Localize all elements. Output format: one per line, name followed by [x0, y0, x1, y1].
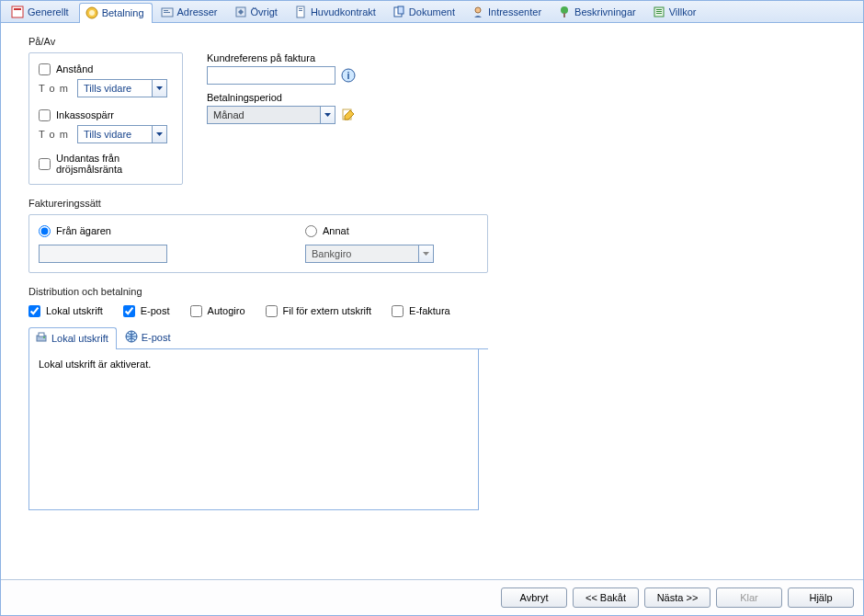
paav-section: På/Av Anstånd T o m Tills vidare — [28, 36, 183, 185]
svg-rect-18 — [656, 11, 662, 12]
subtab-label: Lokal utskrift — [51, 333, 108, 344]
inkasso-label: Inkassospärr — [56, 109, 114, 120]
address-icon — [161, 6, 174, 18]
efaktura-checkbox[interactable] — [392, 305, 404, 317]
inkasso-tom-dropdown[interactable]: Tills vidare — [77, 125, 167, 143]
paav-legend: På/Av — [28, 36, 183, 47]
svg-rect-16 — [654, 7, 664, 17]
globe-icon — [125, 330, 138, 345]
tom-label: T o m — [39, 83, 72, 94]
tab-villkor[interactable]: Villkor — [646, 2, 705, 22]
tab-huvudkontrakt[interactable]: Huvudkontrakt — [288, 2, 384, 22]
lokal-checkbox[interactable] — [28, 305, 40, 317]
tab-ovrigt[interactable]: Övrigt — [228, 2, 286, 22]
dropdown-value: Tills vidare — [78, 83, 152, 94]
svg-rect-8 — [297, 6, 304, 17]
tab-intressenter[interactable]: Intressenter — [465, 2, 550, 22]
inkasso-checkbox[interactable] — [39, 109, 51, 121]
fil-checkbox[interactable] — [266, 305, 278, 317]
panel-text: Lokal utskrift är aktiverat. — [39, 359, 151, 370]
svg-rect-17 — [656, 9, 662, 10]
annat-radio[interactable] — [305, 225, 317, 237]
payment-window: Generellt Betalning Adresser Övrigt Huvu… — [0, 0, 864, 616]
svg-rect-11 — [394, 7, 402, 17]
efaktura-label: E-faktura — [409, 305, 450, 316]
anstand-label: Anstånd — [56, 63, 93, 74]
dist-panel: Lokal utskrift är aktiverat. — [28, 349, 479, 510]
svg-rect-12 — [398, 6, 404, 14]
main-tabs: Generellt Betalning Adresser Övrigt Huvu… — [1, 1, 863, 23]
avbryt-button[interactable]: Avbryt — [501, 587, 567, 608]
subtab-lokal[interactable]: Lokal utskrift — [28, 327, 117, 349]
subtab-epost[interactable]: E-post — [119, 326, 179, 348]
info-icon[interactable]: i — [341, 68, 356, 83]
tab-generellt[interactable]: Generellt — [5, 2, 77, 22]
chevron-down-icon — [418, 245, 433, 262]
klar-button: Klar — [716, 587, 782, 608]
svg-rect-0 — [12, 6, 23, 17]
chevron-down-icon — [152, 80, 166, 97]
svg-point-26 — [126, 331, 137, 342]
paav-box: Anstånd T o m Tills vidare Inkassospärr — [28, 52, 183, 185]
lokal-label: Lokal utskrift — [46, 305, 103, 316]
edit-icon[interactable] — [341, 108, 356, 122]
autogiro-checkbox[interactable] — [190, 305, 202, 317]
hjalp-button[interactable]: Hjälp — [788, 587, 854, 608]
tab-label: Villkor — [669, 6, 697, 17]
svg-point-25 — [43, 337, 45, 338]
period-dropdown[interactable]: Månad — [207, 106, 335, 124]
coin-icon — [85, 6, 98, 19]
tab-betalning[interactable]: Betalning — [79, 3, 153, 23]
autogiro-label: Autogiro — [208, 305, 245, 316]
anstand-checkbox[interactable] — [39, 63, 51, 75]
document-icon — [392, 6, 405, 18]
svg-rect-24 — [39, 333, 44, 337]
dist-subtabs: Lokal utskrift E-post — [28, 326, 488, 349]
tab-label: Dokument — [409, 6, 455, 17]
svg-rect-9 — [299, 8, 302, 9]
dist-section: Distribution och betalning Lokal utskrif… — [28, 286, 488, 510]
svg-rect-22 — [343, 109, 351, 120]
dropdown-value: Tills vidare — [78, 129, 152, 140]
svg-rect-23 — [37, 336, 46, 341]
svg-rect-4 — [162, 8, 173, 17]
tab-label: Huvudkontrakt — [311, 6, 376, 17]
svg-point-3 — [89, 10, 95, 16]
tab-label: Intressenter — [488, 6, 541, 17]
kundref-label: Kundreferens på faktura — [207, 52, 356, 63]
tom-label: T o m — [39, 129, 72, 140]
fakt-legend: Faktureringssätt — [28, 198, 847, 209]
dropdown-value: Bankgiro — [306, 248, 418, 259]
dist-legend: Distribution och betalning — [28, 286, 488, 297]
fil-label: Fil för extern utskrift — [283, 305, 372, 316]
tree-icon — [558, 6, 571, 18]
nasta-button[interactable]: Nästa >> — [644, 587, 711, 608]
fran-agaren-radio[interactable] — [39, 225, 51, 237]
svg-point-14 — [561, 6, 568, 14]
tab-dokument[interactable]: Dokument — [386, 2, 463, 22]
fran-agaren-label: Från ägaren — [56, 225, 111, 236]
tab-label: Adresser — [177, 6, 218, 17]
chevron-down-icon — [320, 107, 335, 123]
fakt-box: Från ägaren Annat Bankgiro — [28, 214, 488, 273]
dist-checks: Lokal utskrift E-post Autogiro Fil för e… — [28, 302, 488, 319]
anstand-tom-dropdown[interactable]: Tills vidare — [77, 79, 167, 97]
tab-label: Beskrivningar — [574, 6, 636, 17]
annat-dropdown: Bankgiro — [305, 245, 434, 263]
contract-icon — [294, 6, 307, 18]
tab-label: Generellt — [28, 6, 69, 17]
undantas-checkbox[interactable] — [39, 158, 51, 170]
tab-beskrivningar[interactable]: Beskrivningar — [551, 2, 644, 22]
print-icon — [35, 331, 48, 346]
svg-point-13 — [475, 7, 481, 13]
tab-adresser[interactable]: Adresser — [154, 2, 226, 22]
kundref-input[interactable] — [207, 66, 335, 85]
svg-rect-7 — [236, 7, 245, 17]
epost-checkbox[interactable] — [123, 305, 135, 317]
fakt-section: Faktureringssätt Från ägaren Annat — [28, 198, 847, 273]
list-icon — [653, 6, 665, 18]
svg-point-2 — [86, 7, 97, 18]
kund-section: Kundreferens på faktura i Betalningsperi… — [207, 52, 356, 124]
bakat-button[interactable]: << Bakåt — [573, 587, 639, 608]
undantas-label: Undantas från dröjsmålsränta — [56, 153, 173, 175]
